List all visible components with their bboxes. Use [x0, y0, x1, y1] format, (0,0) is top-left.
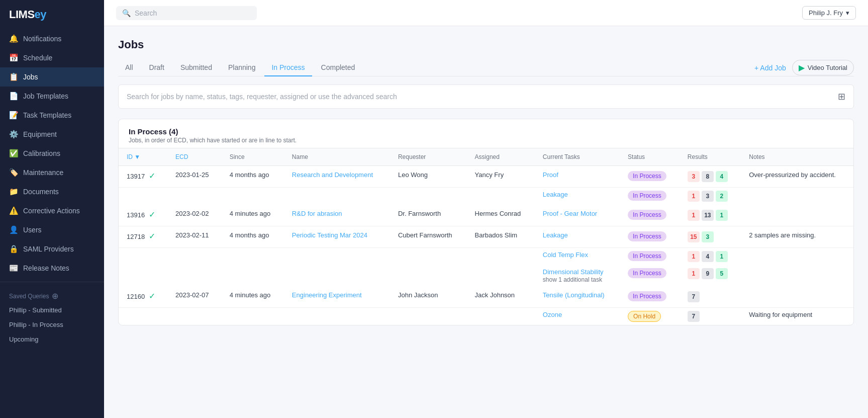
saved-query-phillip-in-process[interactable]: Phillip - In Process: [0, 317, 104, 332]
sidebar-item-job-templates[interactable]: 📄Job Templates: [0, 87, 104, 106]
job-id: 13917 ✓: [119, 166, 167, 188]
result-badges: 7: [688, 291, 733, 302]
tab-planning[interactable]: Planning: [221, 59, 263, 76]
task-status: In Process: [620, 166, 680, 188]
saved-queries-label: Saved Queries: [9, 293, 49, 300]
empty-ecd: [167, 308, 222, 325]
empty-requester: [390, 188, 467, 205]
search-placeholder: Search: [135, 9, 157, 17]
task-link[interactable]: Tensile (Longitudinal): [543, 291, 605, 299]
tab-all[interactable]: All: [118, 59, 140, 76]
saved-query-upcoming[interactable]: Upcoming: [0, 332, 104, 347]
job-name-link[interactable]: Engineering Experiment: [292, 291, 362, 299]
job-ecd: 2023-02-07: [167, 286, 222, 308]
sidebar-item-label: Notifications: [23, 35, 61, 43]
sidebar-item-label: Documents: [23, 188, 59, 196]
job-since: 4 minutes ago: [222, 286, 284, 308]
page-title: Jobs: [118, 38, 854, 51]
sidebar-item-notifications[interactable]: 🔔Notifications: [0, 29, 104, 48]
sidebar-item-saml-providers[interactable]: 🔒SAML Providers: [0, 239, 104, 259]
result-badge: 1: [688, 210, 700, 221]
table-row: 12718 ✓ 2023-02-11 4 months ago Periodic…: [119, 226, 853, 248]
sidebar-item-equipment[interactable]: ⚙️Equipment: [0, 125, 104, 144]
task-status: In Process: [620, 226, 680, 248]
result-badge: 4: [716, 171, 728, 182]
job-name: Research and Development: [284, 166, 390, 188]
saved-query-phillip-submitted[interactable]: Phillip - Submitted: [0, 303, 104, 317]
task-link[interactable]: Leakage: [543, 231, 568, 239]
task-link[interactable]: Cold Temp Flex: [543, 251, 588, 259]
col-id[interactable]: ID ▼: [119, 148, 167, 166]
sidebar-item-label: Job Templates: [23, 92, 68, 100]
job-requester: John Jackson: [390, 286, 467, 308]
task-status: In Process: [620, 286, 680, 308]
job-ecd: 2023-02-02: [167, 205, 222, 226]
task-status: On Hold: [620, 308, 680, 325]
job-requester: Cubert Farnsworth: [390, 226, 467, 248]
status-badge: In Process: [628, 268, 666, 278]
result-badge: 7: [688, 311, 700, 322]
table-row: 12160 ✓ 2023-02-07 4 minutes ago Enginee…: [119, 286, 853, 308]
job-search-placeholder: Search for jobs by name, status, tags, r…: [127, 93, 397, 101]
result-badges: 141: [688, 251, 733, 262]
task-results: 195: [680, 265, 741, 286]
sidebar-item-maintenance[interactable]: 🏷️Maintenance: [0, 163, 104, 182]
task-name: Leakage: [535, 188, 620, 205]
tab-submitted[interactable]: Submitted: [173, 59, 219, 76]
task-link[interactable]: Ozone: [543, 311, 562, 318]
result-badges: 153: [688, 231, 733, 242]
result-badges: 7: [688, 311, 733, 322]
tab-in-process[interactable]: In Process: [264, 59, 312, 76]
job-notes: [741, 205, 853, 226]
job-name-link[interactable]: R&D for abrasion: [292, 210, 342, 217]
sidebar-item-label: Release Notes: [23, 264, 69, 272]
col-notes: Notes: [741, 148, 853, 166]
tab-completed[interactable]: Completed: [314, 59, 362, 76]
sidebar-divider: [0, 282, 104, 282]
user-menu[interactable]: Philip J. Fry ▾: [802, 6, 856, 20]
job-name: R&D for abrasion: [284, 205, 390, 226]
job-name-link[interactable]: Research and Development: [292, 171, 373, 179]
result-badge: 1: [688, 251, 700, 262]
sidebar-item-jobs[interactable]: 📋Jobs: [0, 67, 104, 87]
sidebar-item-users[interactable]: 👤Users: [0, 220, 104, 239]
tab-draft[interactable]: Draft: [142, 59, 171, 76]
search-icon: 🔍: [122, 9, 131, 17]
sidebar-item-schedule[interactable]: 📅Schedule: [0, 48, 104, 67]
task-name: Proof - Gear Motor: [535, 205, 620, 226]
filter-icon[interactable]: ⊞: [838, 91, 845, 102]
task-link[interactable]: Dimensional Stability: [543, 268, 604, 276]
table-row: 13917 ✓ 2023-01-25 4 months ago Research…: [119, 166, 853, 188]
task-link[interactable]: Leakage: [543, 191, 568, 198]
task-results: 7: [680, 308, 741, 325]
task-link[interactable]: Proof: [543, 171, 558, 179]
job-id: 13916 ✓: [119, 205, 167, 226]
result-badge: 2: [716, 191, 728, 202]
video-tutorial-button[interactable]: ▶ Video Tutorial: [792, 60, 854, 75]
add-job-button[interactable]: + Add Job: [754, 64, 786, 72]
global-search[interactable]: 🔍 Search: [116, 6, 257, 20]
task-link[interactable]: Proof - Gear Motor: [543, 210, 597, 217]
col-results: Results: [680, 148, 741, 166]
job-search-bar[interactable]: Search for jobs by name, status, tags, r…: [118, 85, 854, 109]
empty-since: [222, 265, 284, 286]
add-saved-query-icon[interactable]: ⊕: [52, 291, 58, 301]
task-status: In Process: [620, 265, 680, 286]
empty-assigned: [467, 248, 535, 266]
col-ecd[interactable]: ECD: [167, 148, 222, 166]
sidebar-item-task-templates[interactable]: 📝Task Templates: [0, 106, 104, 125]
topbar: 🔍 Search Philip J. Fry ▾: [104, 0, 868, 26]
sidebar-item-label: Equipment: [23, 130, 57, 138]
sidebar-item-calibrations[interactable]: ✅Calibrations: [0, 144, 104, 163]
job-name-link[interactable]: Periodic Testing Mar 2024: [292, 231, 367, 239]
sidebar-item-release-notes[interactable]: 📰Release Notes: [0, 259, 104, 278]
documents-icon: 📁: [9, 187, 18, 196]
logo-lims: LIMS: [9, 8, 35, 21]
sidebar-item-documents[interactable]: 📁Documents: [0, 182, 104, 201]
status-badge: On Hold: [628, 311, 661, 322]
calibrations-icon: ✅: [9, 149, 18, 158]
show-more-tasks[interactable]: show 1 additional task: [543, 276, 602, 283]
play-icon: ▶: [799, 63, 805, 72]
maintenance-icon: 🏷️: [9, 168, 18, 177]
sidebar-item-corrective-actions[interactable]: ⚠️Corrective Actions: [0, 201, 104, 220]
